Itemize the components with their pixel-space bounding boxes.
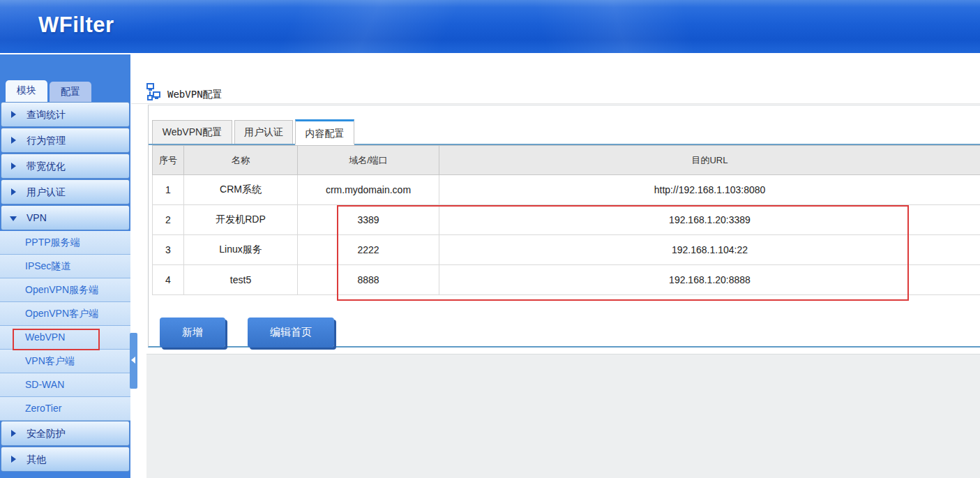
action-button-row: 新增 编辑首页 [160,318,980,348]
chevron-right-icon [11,163,16,170]
sidebar-tab-config[interactable]: 配置 [50,82,91,102]
edit-homepage-button[interactable]: 编辑首页 [248,318,334,348]
content-tab-strip: WebVPN配置 用户认证 内容配置 [149,105,980,145]
cell-domain-port: crm.mydomain.com [298,175,439,205]
tab-user-auth[interactable]: 用户认证 [234,120,293,144]
cell-target-url: http://192.168.1.103:8080 [439,175,980,205]
sidebar-item-openvpn-server[interactable]: OpenVPN服务端 [0,278,130,302]
sidebar-item-sd-wan[interactable]: SD-WAN [0,373,130,397]
chevron-right-icon [11,111,16,118]
app-header: WFilter [0,0,980,53]
chevron-right-icon [11,430,16,437]
wfilter-admin-page: WFilter 模块 配置 查询统计 行为管理 带宽优化 用户认证 [0,0,980,478]
sidebar-tab-modules[interactable]: 模块 [6,80,47,102]
chevron-down-icon [10,216,17,221]
sidebar-item-other[interactable]: 其他 [1,447,130,472]
sidebar-item-pptp-server[interactable]: PPTP服务端 [0,231,130,255]
sidebar-item-vpn[interactable]: VPN [1,205,130,230]
title-divider [131,103,980,104]
chevron-right-icon [11,188,16,195]
sidebar: 模块 配置 查询统计 行为管理 带宽优化 用户认证 VPN [0,53,130,478]
add-button[interactable]: 新增 [160,318,225,348]
sidebar-nav: 查询统计 行为管理 带宽优化 用户认证 VPN PPTP服务端 [0,102,130,472]
triangle-left-icon [131,357,135,364]
cell-index: 1 [153,175,184,205]
column-header-domain-port: 域名/端口 [298,146,439,175]
chevron-right-icon [11,456,16,463]
cell-index: 2 [153,205,184,235]
sidebar-collapse-handle[interactable] [130,333,137,389]
sidebar-item-vpn-client[interactable]: VPN客户端 [0,350,130,373]
sidebar-tab-strip: 模块 配置 [6,80,130,102]
cell-name: 开发机RDP [184,205,298,235]
sidebar-item-user-auth[interactable]: 用户认证 [1,179,130,204]
cell-index: 4 [153,265,184,295]
cell-name: Linux服务 [184,235,298,265]
annotation-box-webvpn [13,329,100,350]
page-title: WebVPN配置 [167,89,223,101]
sidebar-item-bandwidth[interactable]: 带宽优化 [1,154,130,179]
sidebar-item-query-stats[interactable]: 查询统计 [1,102,130,127]
cell-name: CRM系统 [184,175,298,205]
cell-name: test5 [184,265,298,295]
column-header-name: 名称 [184,146,298,175]
sidebar-item-ipsec-tunnel[interactable]: IPSec隧道 [0,255,130,278]
column-header-index: 序号 [153,146,184,175]
network-topology-icon [146,83,160,101]
sidebar-item-behavior-mgmt[interactable]: 行为管理 [1,128,130,153]
tab-webvpn-config[interactable]: WebVPN配置 [152,120,232,144]
wfilter-logo: WFilter [38,13,114,38]
content-footer-area [146,354,980,478]
sidebar-item-security[interactable]: 安全防护 [1,421,130,446]
table-header-row: 序号 名称 域名/端口 目的URL [153,146,980,175]
table-row[interactable]: 1 CRM系统 crm.mydomain.com http://192.168.… [153,175,980,205]
annotation-box-table-rows [337,205,909,301]
chevron-right-icon [11,137,16,144]
sidebar-item-openvpn-client[interactable]: OpenVPN客户端 [0,302,130,326]
column-header-target-url: 目的URL [439,146,980,175]
cell-index: 3 [153,235,184,265]
sidebar-item-zerotier[interactable]: ZeroTier [0,397,130,421]
tab-content-config[interactable]: 内容配置 [295,119,354,145]
